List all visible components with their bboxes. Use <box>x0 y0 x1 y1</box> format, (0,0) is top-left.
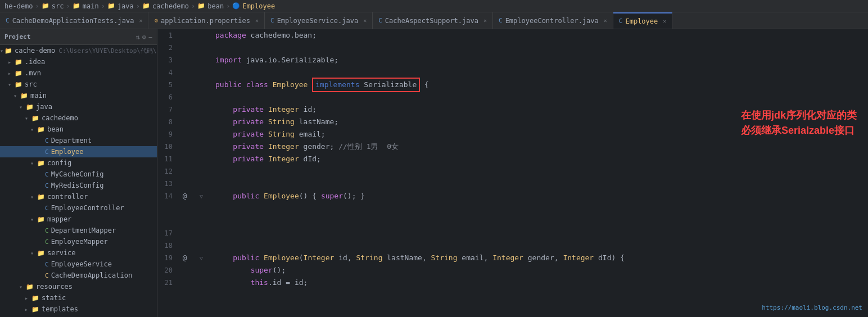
folder-icon: 📁 <box>31 306 39 313</box>
tree-item-label: EmployeeService <box>51 260 112 268</box>
tab-close-icon[interactable]: ✕ <box>663 18 666 24</box>
tab-cachedemo-tests[interactable]: C CacheDemoApplicationTests.java ✕ <box>0 12 148 29</box>
c-class-icon: C <box>619 17 623 25</box>
expand-arrow: ▾ <box>13 93 19 99</box>
tree-item-myredisconfig[interactable]: ▸ C MyRedisConfig <box>0 180 157 191</box>
expand-arrow: ▾ <box>19 104 25 110</box>
expand-arrow: ▾ <box>30 250 36 256</box>
fold-gutter: ▽ ▽ <box>200 29 211 317</box>
code-line-6 <box>215 91 868 103</box>
sidebar-action-icon[interactable]: ⇅ <box>135 33 139 41</box>
class-icon: C <box>45 238 49 246</box>
tree-item-service[interactable]: ▾ 📁 service <box>0 247 157 259</box>
tab-label: Employee <box>625 17 658 25</box>
bean-folder-icon: 📁 <box>197 2 205 10</box>
code-line-4 <box>215 66 868 79</box>
java-folder-icon: 📁 <box>107 2 115 10</box>
code-content[interactable]: package cachedemo.bean; import java.io.S… <box>211 29 868 317</box>
tree-item-label: controller <box>47 193 88 201</box>
c-class-icon: C <box>270 17 274 24</box>
tab-employee[interactable]: C Employee ✕ <box>613 12 672 29</box>
code-line-10: private Integer gender; //性别 1男 0女 <box>215 141 868 153</box>
expand-arrow: ▸ <box>8 70 13 76</box>
tab-cache-aspect[interactable]: C CacheAspectSupport.java ✕ <box>373 12 493 29</box>
tree-item-src[interactable]: ▾ 📁 src <box>0 79 157 90</box>
tab-close-icon[interactable]: ✕ <box>139 17 142 24</box>
code-editor[interactable]: 1 2 3 4 5 6 7 8 9 10 11 12 13 14 17 18 1… <box>157 29 868 317</box>
tab-close-icon[interactable]: ✕ <box>604 17 607 24</box>
gear-icon[interactable]: ⚙ <box>142 33 146 41</box>
folder-icon: 📁 <box>26 283 34 291</box>
cachedemo-folder-icon: 📁 <box>142 2 150 10</box>
tree-item-employeeservice[interactable]: ▸ C EmployeeService <box>0 259 157 270</box>
tab-application-properties[interactable]: ⚙ application.properties ✕ <box>148 12 265 29</box>
tree-item-label: templates <box>42 305 78 313</box>
tree-item-templates[interactable]: ▸ 📁 templates <box>0 304 157 315</box>
tab-employee-service[interactable]: C EmployeeService.java ✕ <box>265 12 373 29</box>
tree-item-mvn[interactable]: ▸ 📁 .mvn <box>0 67 157 79</box>
expand-arrow: ▸ <box>25 295 30 301</box>
folder-icon: 📁 <box>37 126 45 133</box>
code-line-15-18 <box>215 202 868 227</box>
tree-item-label: Department <box>51 137 92 144</box>
folder-icon: 📁 <box>15 70 22 77</box>
tree-item-label: service <box>47 249 76 257</box>
minus-icon[interactable]: − <box>148 33 152 41</box>
tab-close-icon[interactable]: ✕ <box>363 17 367 24</box>
tree-item-main[interactable]: ▾ 📁 main <box>0 90 157 101</box>
tree-item-mycacheconfig[interactable]: ▸ C MyCacheConfig <box>0 169 157 180</box>
tree-item-employeecontroller[interactable]: ▸ C EmployeeController <box>0 202 157 214</box>
class-icon: C <box>45 272 49 279</box>
tree-item-label: config <box>47 159 71 167</box>
tree-item-label: .mvn <box>25 69 41 77</box>
project-sidebar: Project ⇅ ⚙ − ▾ 📁 cache-demo C:\Users\YU… <box>0 29 157 317</box>
tree-item-static[interactable]: ▸ 📁 static <box>0 292 157 304</box>
tree-item-root[interactable]: ▾ 📁 cache-demo C:\Users\YUYE\Desktop\代码\… <box>0 45 157 56</box>
tree-item-label: mapper <box>47 215 71 223</box>
tree-item-employee[interactable]: ▸ C Employee <box>0 146 157 157</box>
tab-close-icon[interactable]: ✕ <box>483 17 487 24</box>
tree-item-label: src <box>25 80 37 88</box>
main-folder-icon: 📁 <box>73 2 80 10</box>
tree-item-mapper[interactable]: ▾ 📁 mapper <box>0 214 157 225</box>
tree-item-label: MyCacheConfig <box>51 170 104 178</box>
sidebar-header: Project ⇅ ⚙ − <box>0 29 157 45</box>
expand-arrow: ▸ <box>25 306 30 313</box>
code-line-12 <box>215 165 868 178</box>
code-line-11: private Integer dId; <box>215 153 868 165</box>
sidebar-actions: ⇅ ⚙ − <box>135 33 152 41</box>
tree-item-bean[interactable]: ▾ 📁 bean <box>0 124 157 135</box>
tree-item-label: EmployeeMapper <box>51 238 108 246</box>
class-icon: C <box>45 205 49 212</box>
tree-item-label: DepartmentMapper <box>51 227 116 234</box>
tree-item-employeemapper[interactable]: ▸ C EmployeeMapper <box>0 236 157 247</box>
tree-item-config[interactable]: ▾ 📁 config <box>0 157 157 169</box>
code-line-3: import java.io.Serializable; <box>215 54 868 66</box>
tree-item-department[interactable]: ▸ C Department <box>0 135 157 146</box>
tab-bar: C CacheDemoApplicationTests.java ✕ ⚙ app… <box>0 12 868 29</box>
tree-item-label: bean <box>47 125 64 133</box>
tree-item-departmentmapper[interactable]: ▸ C DepartmentMapper <box>0 225 157 236</box>
tree-item-idea[interactable]: ▸ 📁 .idea <box>0 56 157 67</box>
gutter: @ @ <box>183 29 200 317</box>
tree-item-cachedemo[interactable]: ▾ 📁 cachedemo <box>0 112 157 124</box>
code-line-14: public Employee() { super(); } <box>215 190 868 202</box>
tree-item-cachedemo-app[interactable]: ▸ C CacheDemoApplication <box>0 270 157 281</box>
line-numbers: 1 2 3 4 5 6 7 8 9 10 11 12 13 14 17 18 1… <box>157 29 183 317</box>
folder-icon: 📁 <box>31 115 39 122</box>
tree-item-label: MyRedisConfig <box>51 182 104 189</box>
tree-item-label: EmployeeController <box>51 204 124 212</box>
class-icon: C <box>45 137 49 144</box>
folder-icon: 📁 <box>15 81 22 88</box>
class-icon: C <box>45 227 49 234</box>
folder-icon: 📁 <box>15 58 22 66</box>
tree-item-resources[interactable]: ▾ 📁 resources <box>0 281 157 292</box>
tree-item-label: CacheDemoApplication <box>51 271 133 279</box>
src-folder-icon: 📁 <box>42 2 49 10</box>
tab-employee-controller[interactable]: C EmployeeController.java ✕ <box>493 12 613 29</box>
tree-item-controller[interactable]: ▾ 📁 controller <box>0 191 157 202</box>
tree-item-java[interactable]: ▾ 📁 java <box>0 101 157 112</box>
tab-close-icon[interactable]: ✕ <box>255 17 259 24</box>
folder-icon: 📁 <box>31 295 39 302</box>
expand-arrow: ▸ <box>8 59 13 65</box>
